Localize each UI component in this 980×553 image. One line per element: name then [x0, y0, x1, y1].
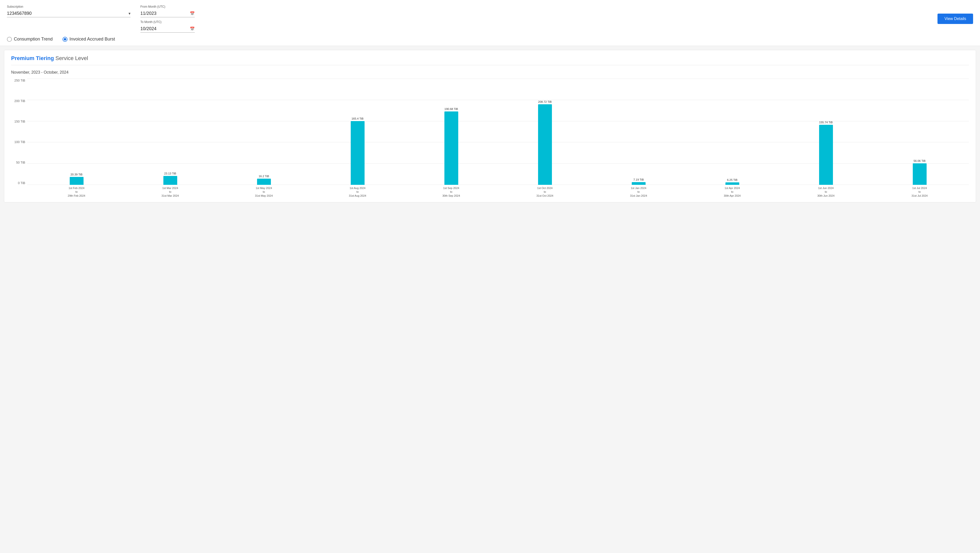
bar-group[interactable]: 165.4 TiB — [311, 117, 404, 185]
subscription-label: Subscription — [7, 5, 130, 8]
bar-rect[interactable] — [819, 125, 833, 185]
y-axis-label: 150 TiB — [14, 119, 25, 123]
chart-date-range: November, 2023 - October, 2024 — [11, 70, 969, 75]
bar-rect[interactable] — [913, 163, 927, 185]
x-axis-label: 1st Feb 2024to29th Feb 2024 — [68, 186, 85, 198]
to-month-field: To Month (UTC) 10/2024 📅 — [140, 20, 195, 33]
y-axis: 250 TiB200 TiB150 TiB100 TiB50 TiB0 TiB — [11, 79, 27, 185]
bar-value-label: 20.39 TiB — [70, 173, 83, 176]
y-axis-label: 100 TiB — [14, 140, 25, 144]
bar-value-label: 208.72 TiB — [538, 100, 552, 103]
bar-group[interactable]: 155.74 TiB — [779, 121, 873, 185]
bar-rect[interactable] — [538, 104, 552, 185]
radio-consumption-trend[interactable]: Consumption Trend — [7, 37, 52, 42]
bar-value-label: 155.74 TiB — [819, 121, 833, 124]
calendar-icon-from[interactable]: 📅 — [190, 11, 195, 16]
bar-group[interactable]: 56.06 TiB — [873, 159, 966, 185]
x-axis-label: 1st Oct 2024to31st Oct 2024 — [536, 186, 554, 198]
from-month-label: From Month (UTC) — [140, 5, 195, 8]
x-labels: 1st Feb 2024to29th Feb 20241st Mar 2024t… — [27, 185, 969, 197]
top-panel: Subscription 1234567890 ▾ From Month (UT… — [0, 0, 980, 46]
x-label-group: 1st Sep 2024to30th Sep 2024 — [404, 185, 498, 197]
radio-label-consumption: Consumption Trend — [14, 37, 52, 42]
bar-rect[interactable] — [725, 182, 739, 185]
x-axis-label: 1st Sep 2024to30th Sep 2024 — [442, 186, 460, 198]
main-panel: Premium Tiering Service Level November, … — [4, 50, 976, 202]
view-details-button[interactable]: View Details — [937, 14, 973, 24]
x-label-group: 1st Jul 2024to31st Jul 2024 — [873, 185, 966, 197]
bar-rect[interactable] — [351, 121, 364, 185]
bar-group[interactable]: 208.72 TiB — [498, 100, 592, 185]
from-month-field: From Month (UTC) 11/2023 📅 — [140, 5, 195, 17]
section-title: Premium Tiering Service Level — [11, 55, 969, 65]
x-label-group: 1st Aug 2024to31st Aug 2024 — [311, 185, 404, 197]
from-month-input[interactable]: 11/2023 📅 — [140, 10, 195, 17]
date-group: From Month (UTC) 11/2023 📅 To Month (UTC… — [140, 5, 195, 33]
bar-rect[interactable] — [444, 111, 458, 185]
bar-rect[interactable] — [257, 179, 271, 185]
x-axis-label: 1st Jul 2024to31st Jul 2024 — [912, 186, 928, 198]
x-label-group: 1st Feb 2024to29th Feb 2024 — [30, 185, 123, 197]
chart-inner: 20.39 TiB23.13 TiB16.2 TiB165.4 TiB190.6… — [27, 79, 969, 185]
chevron-down-icon: ▾ — [129, 11, 130, 16]
radio-outer-invoiced — [62, 37, 67, 42]
subscription-value: 1234567890 — [7, 11, 127, 16]
x-axis-label: 1st Aug 2024to31st Aug 2024 — [349, 186, 366, 198]
y-axis-label: 250 TiB — [14, 79, 25, 82]
radio-label-invoiced: Invoiced Accrued Burst — [70, 37, 115, 42]
bar-rect[interactable] — [632, 182, 646, 185]
to-month-label: To Month (UTC) — [140, 20, 195, 24]
radio-invoiced-accrued[interactable]: Invoiced Accrued Burst — [62, 37, 115, 42]
x-axis-label: 1st May 2024to31st May 2024 — [255, 186, 273, 198]
bar-group[interactable]: 6.25 TiB — [686, 178, 779, 185]
from-month-value: 11/2023 — [140, 11, 190, 16]
bar-value-label: 56.06 TiB — [913, 159, 926, 162]
bar-group[interactable]: 23.13 TiB — [123, 172, 217, 185]
radio-outer-consumption — [7, 37, 12, 42]
section-title-bold: Premium Tiering — [11, 55, 54, 61]
bar-rect[interactable] — [70, 177, 84, 185]
x-label-group: 1st Jan 2024to31st Jan 2024 — [592, 185, 686, 197]
bar-value-label: 16.2 TiB — [259, 175, 269, 178]
x-label-group: 1st May 2024to31st May 2024 — [217, 185, 311, 197]
x-axis-label: 1st Apr 2024to30th Apr 2024 — [724, 186, 741, 198]
x-axis-label: 1st Mar 2024to31st Mar 2024 — [161, 186, 179, 198]
radio-inner-invoiced — [64, 38, 66, 41]
to-month-input[interactable]: 10/2024 📅 — [140, 25, 195, 33]
subscription-select[interactable]: 1234567890 ▾ — [7, 10, 130, 17]
x-axis-label: 1st Jan 2024to31st Jan 2024 — [630, 186, 647, 198]
calendar-icon-to[interactable]: 📅 — [190, 27, 195, 31]
bar-group[interactable]: 20.39 TiB — [30, 173, 123, 185]
x-label-group: 1st Mar 2024to31st Mar 2024 — [123, 185, 217, 197]
y-axis-label: 50 TiB — [16, 160, 25, 164]
bars-row: 20.39 TiB23.13 TiB16.2 TiB165.4 TiB190.6… — [27, 79, 969, 185]
subscription-group: Subscription 1234567890 ▾ — [7, 5, 130, 17]
bar-group[interactable]: 7.19 TiB — [592, 178, 686, 185]
x-label-group: 1st Jun 2024to30th Jun 2024 — [779, 185, 873, 197]
y-axis-label: 0 TiB — [18, 181, 25, 185]
bar-value-label: 165.4 TiB — [352, 117, 364, 120]
bar-value-label: 6.25 TiB — [727, 178, 737, 181]
bar-value-label: 190.68 TiB — [444, 108, 458, 110]
bar-group[interactable]: 16.2 TiB — [217, 175, 311, 185]
x-label-group: 1st Oct 2024to31st Oct 2024 — [498, 185, 592, 197]
bar-group[interactable]: 190.68 TiB — [404, 108, 498, 185]
bar-value-label: 23.13 TiB — [164, 172, 176, 175]
radio-group: Consumption Trend Invoiced Accrued Burst — [7, 37, 973, 42]
x-label-group: 1st Apr 2024to30th Apr 2024 — [686, 185, 779, 197]
chart-area: 250 TiB200 TiB150 TiB100 TiB50 TiB0 TiB … — [11, 79, 969, 197]
y-axis-label: 200 TiB — [14, 99, 25, 103]
bar-value-label: 7.19 TiB — [633, 178, 644, 181]
section-title-light: Service Level — [56, 55, 88, 61]
bar-rect[interactable] — [163, 176, 177, 185]
to-month-value: 10/2024 — [140, 26, 190, 32]
x-axis-label: 1st Jun 2024to30th Jun 2024 — [818, 186, 835, 198]
